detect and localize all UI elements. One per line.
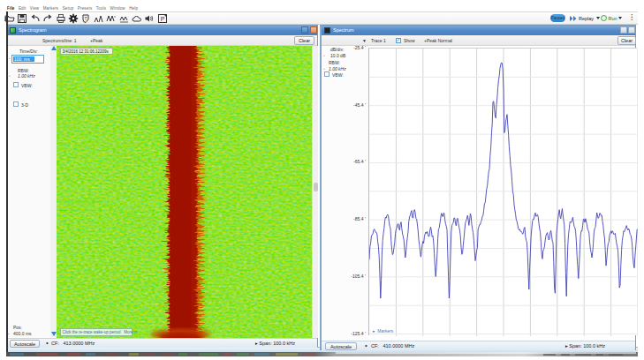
svg-text:v: v: [114, 14, 116, 19]
svg-text:P: P: [160, 15, 164, 21]
svg-text:T: T: [85, 15, 87, 20]
